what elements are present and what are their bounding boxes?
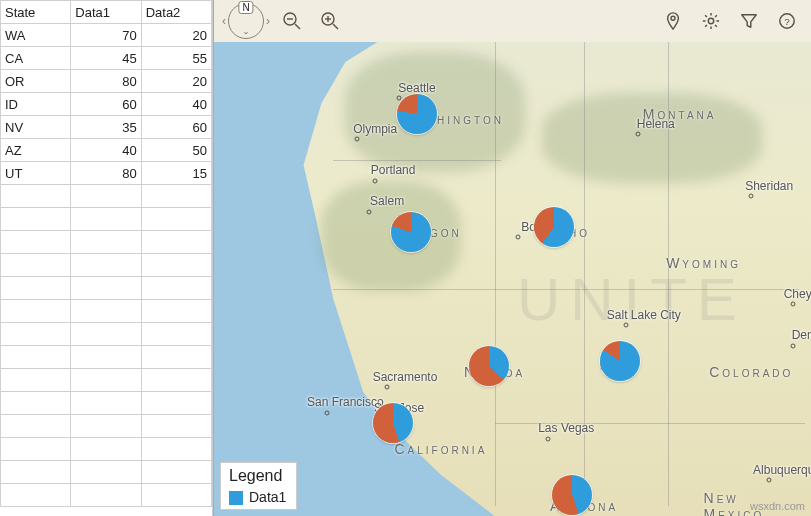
cell-value[interactable] [71, 484, 141, 507]
pie-marker-or[interactable] [391, 212, 431, 252]
col-header-data1[interactable]: Data1 [71, 1, 141, 24]
table-row[interactable] [1, 461, 212, 484]
cell-value[interactable] [141, 438, 211, 461]
data-table[interactable]: State Data1 Data2 WA7020CA4555OR8020ID60… [0, 0, 212, 507]
cell-value[interactable] [71, 208, 141, 231]
table-row[interactable] [1, 277, 212, 300]
cell-value[interactable] [71, 231, 141, 254]
table-row[interactable] [1, 254, 212, 277]
cell-state[interactable] [1, 185, 71, 208]
cell-state[interactable] [1, 461, 71, 484]
cell-value[interactable]: 15 [141, 162, 211, 185]
cell-value[interactable]: 80 [71, 70, 141, 93]
cell-value[interactable] [141, 346, 211, 369]
cell-state[interactable] [1, 300, 71, 323]
cell-value[interactable] [141, 208, 211, 231]
table-row[interactable] [1, 231, 212, 254]
cell-state[interactable] [1, 231, 71, 254]
cell-value[interactable] [141, 231, 211, 254]
cell-state[interactable] [1, 254, 71, 277]
cell-state[interactable]: AZ [1, 139, 71, 162]
table-row[interactable]: AZ4050 [1, 139, 212, 162]
cell-state[interactable] [1, 415, 71, 438]
cell-value[interactable] [71, 277, 141, 300]
table-row[interactable] [1, 392, 212, 415]
table-row[interactable] [1, 369, 212, 392]
cell-value[interactable] [141, 415, 211, 438]
rotate-down-icon[interactable]: ˇ [244, 31, 248, 45]
pie-marker-ut[interactable] [600, 341, 640, 381]
cell-value[interactable]: 20 [141, 70, 211, 93]
cell-value[interactable] [71, 323, 141, 346]
cell-value[interactable] [141, 369, 211, 392]
cell-value[interactable] [71, 392, 141, 415]
table-row[interactable] [1, 415, 212, 438]
table-row[interactable]: WA7020 [1, 24, 212, 47]
cell-value[interactable]: 20 [141, 24, 211, 47]
cell-value[interactable] [71, 415, 141, 438]
table-row[interactable]: UT8015 [1, 162, 212, 185]
cell-state[interactable] [1, 392, 71, 415]
cell-value[interactable] [141, 277, 211, 300]
map-canvas[interactable]: UNITE WashingtonOregonIdahoMontanaWyomin… [214, 0, 811, 516]
cell-state[interactable]: UT [1, 162, 71, 185]
rotate-right-icon[interactable]: › [266, 14, 270, 28]
table-row[interactable] [1, 185, 212, 208]
table-row[interactable]: NV3560 [1, 116, 212, 139]
cell-state[interactable] [1, 438, 71, 461]
pie-marker-id[interactable] [534, 207, 574, 247]
cell-value[interactable] [141, 185, 211, 208]
cell-value[interactable] [141, 484, 211, 507]
table-row[interactable] [1, 323, 212, 346]
zoom-in-button[interactable] [316, 7, 344, 35]
cell-value[interactable] [71, 369, 141, 392]
pie-marker-nv[interactable] [469, 346, 509, 386]
table-row[interactable]: CA4555 [1, 47, 212, 70]
zoom-out-button[interactable] [278, 7, 306, 35]
pie-marker-ca[interactable] [373, 403, 413, 443]
cell-value[interactable] [71, 254, 141, 277]
cell-state[interactable]: WA [1, 24, 71, 47]
pie-marker-az[interactable] [552, 475, 592, 515]
table-row[interactable]: OR8020 [1, 70, 212, 93]
legend[interactable]: Legend Data1 [220, 462, 297, 510]
cell-value[interactable]: 45 [71, 47, 141, 70]
cell-value[interactable]: 40 [71, 139, 141, 162]
compass-control[interactable]: N ‹ › ˇ [224, 0, 268, 43]
cell-value[interactable]: 70 [71, 24, 141, 47]
cell-state[interactable] [1, 484, 71, 507]
cell-state[interactable] [1, 369, 71, 392]
table-row[interactable] [1, 438, 212, 461]
table-row[interactable] [1, 346, 212, 369]
cell-value[interactable] [71, 185, 141, 208]
location-button[interactable] [659, 7, 687, 35]
cell-value[interactable] [71, 461, 141, 484]
cell-value[interactable] [141, 323, 211, 346]
rotate-left-icon[interactable]: ‹ [222, 14, 226, 28]
cell-value[interactable]: 40 [141, 93, 211, 116]
cell-value[interactable] [141, 392, 211, 415]
cell-state[interactable]: CA [1, 47, 71, 70]
settings-button[interactable] [697, 7, 725, 35]
cell-value[interactable]: 60 [141, 116, 211, 139]
cell-value[interactable] [71, 300, 141, 323]
table-row[interactable] [1, 300, 212, 323]
table-row[interactable] [1, 208, 212, 231]
pie-marker-wa[interactable] [397, 94, 437, 134]
cell-value[interactable]: 55 [141, 47, 211, 70]
cell-value[interactable] [71, 346, 141, 369]
cell-value[interactable]: 80 [71, 162, 141, 185]
table-row[interactable]: ID6040 [1, 93, 212, 116]
cell-state[interactable]: NV [1, 116, 71, 139]
help-button[interactable]: ? [773, 7, 801, 35]
spreadsheet[interactable]: State Data1 Data2 WA7020CA4555OR8020ID60… [0, 0, 213, 516]
cell-value[interactable]: 35 [71, 116, 141, 139]
cell-state[interactable]: ID [1, 93, 71, 116]
cell-value[interactable] [71, 438, 141, 461]
filter-button[interactable] [735, 7, 763, 35]
cell-value[interactable] [141, 461, 211, 484]
cell-value[interactable] [141, 300, 211, 323]
cell-value[interactable]: 60 [71, 93, 141, 116]
map-panel[interactable]: N ‹ › ˇ ? [213, 0, 811, 516]
table-row[interactable] [1, 484, 212, 507]
